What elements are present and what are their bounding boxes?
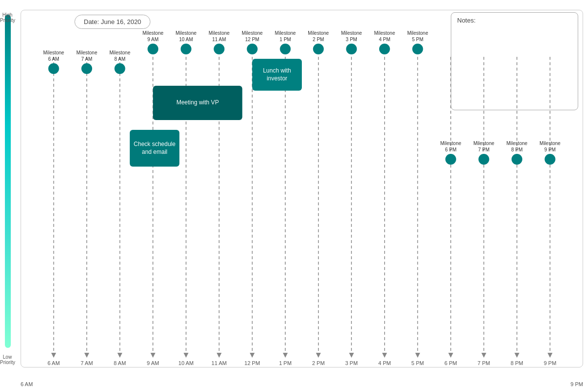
svg-marker-30 xyxy=(514,353,519,358)
svg-point-62 xyxy=(181,44,192,54)
high-priority-label: High Priority xyxy=(0,12,15,23)
svg-text:6 AM: 6 AM xyxy=(48,56,59,62)
svg-text:Lunch with: Lunch with xyxy=(263,67,291,74)
svg-text:Milestone: Milestone xyxy=(76,50,98,55)
svg-marker-28 xyxy=(448,353,453,358)
svg-point-77 xyxy=(346,44,357,54)
svg-text:10 AM: 10 AM xyxy=(178,360,194,366)
chart-area: Date: June 16, 2020 Notes: 6 AM7 AM8 AM9… xyxy=(16,0,588,392)
svg-marker-29 xyxy=(481,353,486,358)
svg-text:1 PM: 1 PM xyxy=(280,37,291,42)
svg-marker-27 xyxy=(415,353,420,358)
svg-text:Meeting with VP: Meeting with VP xyxy=(176,99,219,106)
start-time: 6 AM xyxy=(21,381,33,387)
svg-marker-21 xyxy=(217,353,221,358)
svg-marker-25 xyxy=(349,353,354,358)
svg-text:5 PM: 5 PM xyxy=(412,360,424,366)
svg-point-50 xyxy=(49,63,59,74)
svg-point-71 xyxy=(280,44,291,54)
svg-text:9 AM: 9 AM xyxy=(147,360,159,366)
chart-svg: 6 AM7 AM8 AM9 AM10 AM11 AM12 PM1 PM2 PM3… xyxy=(21,10,583,368)
svg-point-68 xyxy=(247,44,258,54)
svg-text:Milestone: Milestone xyxy=(507,141,528,146)
svg-text:6 PM: 6 PM xyxy=(444,360,457,366)
svg-point-89 xyxy=(478,154,489,165)
svg-marker-23 xyxy=(283,353,288,358)
svg-text:Milestone: Milestone xyxy=(109,50,130,55)
svg-text:Milestone: Milestone xyxy=(242,30,263,36)
svg-text:Milestone: Milestone xyxy=(539,141,561,146)
svg-text:1 PM: 1 PM xyxy=(279,360,292,366)
svg-marker-31 xyxy=(547,353,552,358)
svg-point-83 xyxy=(412,44,423,54)
svg-text:12 PM: 12 PM xyxy=(245,360,260,366)
svg-text:investor: investor xyxy=(267,75,287,82)
svg-text:6 AM: 6 AM xyxy=(48,360,60,366)
svg-text:7 PM: 7 PM xyxy=(478,147,490,152)
svg-text:5 PM: 5 PM xyxy=(412,37,423,42)
svg-text:Milestone: Milestone xyxy=(209,30,230,36)
svg-text:7 AM: 7 AM xyxy=(81,56,93,62)
svg-point-59 xyxy=(147,44,158,54)
svg-text:Milestone: Milestone xyxy=(308,30,329,36)
svg-text:Milestone: Milestone xyxy=(341,30,362,36)
svg-marker-17 xyxy=(84,353,89,358)
svg-text:8 AM: 8 AM xyxy=(114,56,125,62)
svg-marker-22 xyxy=(250,353,255,358)
svg-text:3 PM: 3 PM xyxy=(345,360,358,366)
svg-text:10 AM: 10 AM xyxy=(179,37,193,42)
svg-text:3 PM: 3 PM xyxy=(346,37,357,42)
svg-point-65 xyxy=(214,44,224,54)
svg-text:Milestone: Milestone xyxy=(440,141,461,146)
svg-text:8 PM: 8 PM xyxy=(511,147,522,152)
svg-text:9 PM: 9 PM xyxy=(544,147,556,152)
svg-text:9 PM: 9 PM xyxy=(544,360,557,366)
svg-text:6 PM: 6 PM xyxy=(445,147,456,152)
svg-text:Milestone: Milestone xyxy=(407,30,428,36)
priority-gradient xyxy=(5,15,11,348)
svg-marker-26 xyxy=(382,353,387,358)
svg-point-53 xyxy=(81,63,92,74)
svg-text:11 AM: 11 AM xyxy=(212,37,226,42)
svg-point-95 xyxy=(544,154,555,165)
svg-text:11 AM: 11 AM xyxy=(212,360,227,366)
svg-text:Milestone: Milestone xyxy=(275,30,296,36)
end-time: 9 PM xyxy=(570,381,583,387)
low-priority-label: Low Priority xyxy=(0,354,15,365)
svg-text:Check schedule: Check schedule xyxy=(134,141,176,147)
svg-marker-19 xyxy=(150,353,155,358)
svg-point-80 xyxy=(379,44,390,54)
svg-point-56 xyxy=(115,63,125,74)
svg-text:and email: and email xyxy=(142,148,167,155)
svg-point-92 xyxy=(512,154,522,165)
svg-text:8 AM: 8 AM xyxy=(114,360,126,366)
svg-text:Milestone: Milestone xyxy=(143,30,164,36)
svg-text:9 AM: 9 AM xyxy=(147,37,159,42)
svg-text:7 AM: 7 AM xyxy=(81,360,93,366)
svg-text:4 PM: 4 PM xyxy=(379,37,390,42)
svg-text:Milestone: Milestone xyxy=(374,30,395,36)
svg-marker-24 xyxy=(316,353,321,358)
svg-point-86 xyxy=(445,154,456,165)
svg-text:2 PM: 2 PM xyxy=(312,360,325,366)
svg-text:8 PM: 8 PM xyxy=(511,360,523,366)
svg-marker-18 xyxy=(118,353,122,358)
svg-text:Milestone: Milestone xyxy=(43,50,64,55)
main-container: High Priority Low Priority Date: June 16… xyxy=(0,0,588,392)
svg-marker-20 xyxy=(184,353,189,358)
svg-text:12 PM: 12 PM xyxy=(245,37,259,42)
svg-text:2 PM: 2 PM xyxy=(313,37,324,42)
svg-point-74 xyxy=(313,44,324,54)
svg-marker-16 xyxy=(51,353,56,358)
svg-text:Milestone: Milestone xyxy=(175,30,196,36)
svg-text:Milestone: Milestone xyxy=(473,141,494,146)
svg-text:7 PM: 7 PM xyxy=(478,360,490,366)
svg-text:4 PM: 4 PM xyxy=(378,360,391,366)
priority-bar: High Priority Low Priority xyxy=(0,0,16,392)
